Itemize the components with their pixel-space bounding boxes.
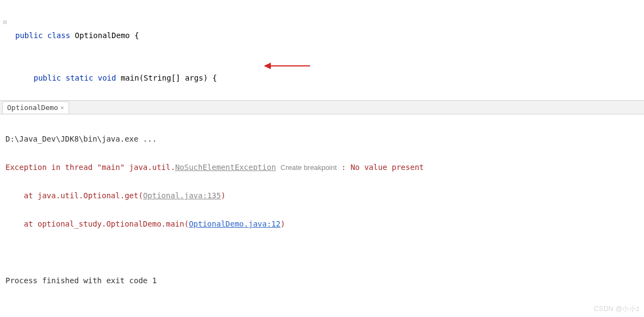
console-line <box>5 245 639 259</box>
code-area[interactable]: public class OptionalDemo { public stati… <box>15 0 644 100</box>
fold-marker-icon[interactable]: ⊟ <box>2 20 8 25</box>
code-line[interactable]: public class OptionalDemo { <box>15 28 644 42</box>
stack-link[interactable]: OptionalDemo.java:12 <box>189 220 281 228</box>
editor-gutter: ⊟ ⊟ ⊟ ⊟ ⊟ <box>0 0 10 100</box>
run-tab[interactable]: OptionalDemo ✕ <box>2 101 69 113</box>
console-line: Exception in thread "main" java.util.NoS… <box>5 160 639 174</box>
code-editor[interactable]: ⊟ ⊟ ⊟ ⊟ ⊟ public class OptionalDemo { pu… <box>0 0 644 100</box>
run-tab-label: OptionalDemo <box>7 103 58 112</box>
create-breakpoint-button[interactable]: Create breakpoint <box>281 163 337 172</box>
exception-link[interactable]: NoSuchElementException <box>175 163 276 172</box>
console-output[interactable]: D:\Java_Dev\JDK8\bin\java.exe ... Except… <box>0 114 644 317</box>
console-line: D:\Java_Dev\JDK8\bin\java.exe ... <box>5 132 639 146</box>
console-line: at optional_study.OptionalDemo.main(Opti… <box>5 217 639 231</box>
console-line: at java.util.Optional.get(Optional.java:… <box>5 188 639 203</box>
annotation-arrow-icon <box>261 60 315 72</box>
close-icon[interactable]: ✕ <box>60 104 64 111</box>
console-line: Process finished with exit code 1 <box>5 273 639 288</box>
stack-link[interactable]: Optional.java:135 <box>143 191 221 200</box>
svg-marker-1 <box>264 63 271 69</box>
code-line[interactable]: public static void main(String[] args) { <box>15 71 644 85</box>
watermark: CSDN @小小z <box>594 302 640 316</box>
run-tab-bar: OptionalDemo ✕ <box>0 100 644 114</box>
